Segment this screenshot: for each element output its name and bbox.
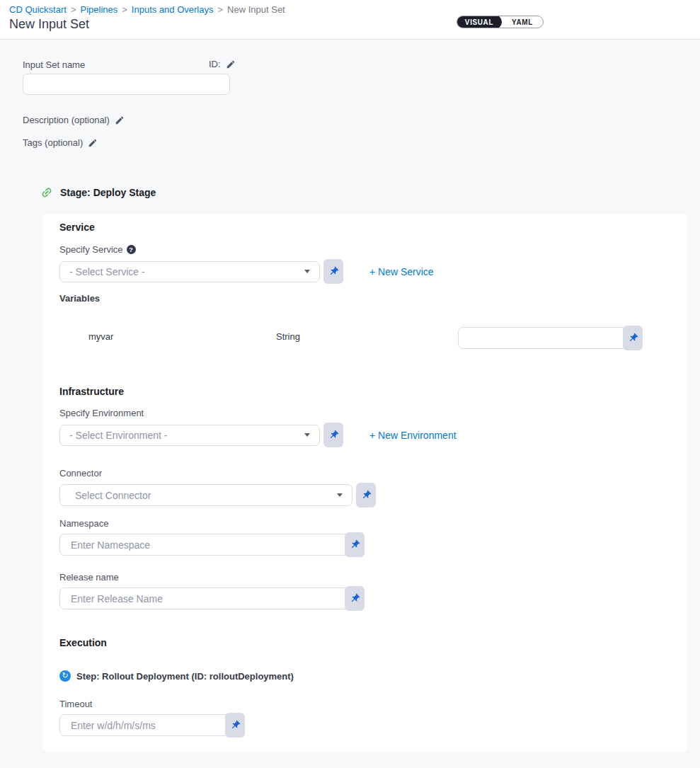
timeout-group (59, 713, 245, 738)
pin-icon (628, 333, 638, 343)
description-row: Description (optional) (23, 115, 125, 125)
id-label: ID: (209, 59, 221, 69)
namespace-field[interactable] (59, 534, 349, 556)
page-title: New Input Set (9, 17, 89, 32)
breadcrumb: CD Quickstart > Pipelines > Inputs and O… (9, 4, 285, 15)
chevron-down-icon (304, 433, 310, 437)
breadcrumb-pipelines[interactable]: Pipelines (81, 4, 118, 15)
input-set-name-field[interactable] (23, 74, 230, 95)
stage-label: Stage: Deploy Stage (60, 187, 156, 198)
edit-tags-icon[interactable] (88, 138, 98, 148)
help-icon[interactable]: ? (127, 245, 136, 254)
execution-section-title: Execution (59, 637, 107, 648)
breadcrumb-separator: > (122, 4, 127, 15)
release-name-field[interactable] (59, 588, 349, 609)
environment-select-placeholder: - Select Environment - (69, 430, 168, 441)
description-label: Description (optional) (23, 115, 110, 125)
pin-icon (361, 490, 372, 500)
edit-description-icon[interactable] (115, 115, 125, 125)
specify-environment-label: Specify Environment (59, 408, 144, 418)
service-select-row: - Select Service - + New Service (59, 259, 434, 284)
namespace-group (59, 532, 365, 557)
connector-select-placeholder: Select Connector (75, 490, 151, 501)
link-icon (40, 186, 53, 199)
infrastructure-section-title: Infrastructure (59, 386, 124, 397)
rollout-step-icon: ↻ (59, 670, 71, 682)
variable-value-field[interactable] (458, 327, 627, 349)
variable-name: myvar (88, 331, 113, 342)
variable-value-group (458, 326, 643, 350)
service-pin-button[interactable] (323, 259, 343, 284)
chevron-down-icon (304, 270, 310, 273)
stage-inputs-card: Service Specify Service ? - Select Servi… (42, 214, 687, 752)
step-header: ↻ Step: Rollout Deployment (ID: rolloutD… (59, 670, 294, 682)
breadcrumb-current: New Input Set (227, 4, 285, 15)
service-section-title: Service (59, 222, 95, 233)
new-service-link[interactable]: + New Service (369, 266, 434, 277)
timeout-pin-button[interactable] (225, 713, 245, 738)
tags-label: Tags (optional) (23, 137, 83, 148)
toggle-visual-button[interactable]: VISUAL (457, 16, 502, 28)
connector-select-row: Select Connector (59, 483, 376, 508)
page-header: CD Quickstart > Pipelines > Inputs and O… (0, 0, 700, 40)
pin-icon (350, 539, 360, 550)
new-environment-link[interactable]: + New Environment (369, 430, 457, 441)
step-label: Step: Rollout Deployment (ID: rolloutDep… (76, 671, 294, 682)
release-name-label: Release name (59, 572, 119, 583)
environment-select[interactable]: - Select Environment - (59, 425, 320, 446)
input-set-name-label: Input Set name (23, 59, 85, 70)
pin-icon (328, 266, 339, 277)
name-label-row: Input Set name (23, 59, 85, 70)
breadcrumb-separator: > (71, 4, 76, 15)
stage-header: Stage: Deploy Stage (40, 186, 156, 199)
connector-label: Connector (59, 468, 102, 478)
chevron-down-icon (337, 493, 343, 497)
breadcrumb-inputs-and-overlays[interactable]: Inputs and Overlays (132, 4, 214, 15)
toggle-yaml-button[interactable]: YAML (502, 16, 543, 28)
breadcrumb-project[interactable]: CD Quickstart (9, 4, 67, 15)
pin-icon (230, 720, 241, 730)
new-input-set-page: CD Quickstart > Pipelines > Inputs and O… (0, 0, 700, 768)
namespace-pin-button[interactable] (345, 532, 365, 557)
environment-pin-button[interactable] (323, 423, 343, 447)
pin-icon (328, 430, 339, 440)
specify-service-row: Specify Service ? (59, 244, 136, 255)
connector-select[interactable]: Select Connector (59, 484, 352, 506)
timeout-field[interactable] (59, 714, 229, 736)
environment-select-row: - Select Environment - + New Environment (59, 423, 457, 447)
breadcrumb-separator: > (217, 4, 223, 15)
variables-title: Variables (59, 293, 100, 304)
tags-row: Tags (optional) (23, 137, 98, 148)
service-select[interactable]: - Select Service - (59, 261, 320, 282)
edit-id-icon[interactable] (226, 59, 236, 69)
variable-type: String (276, 331, 300, 342)
release-name-group (59, 586, 365, 611)
pin-icon (350, 593, 360, 604)
specify-service-label: Specify Service (59, 244, 123, 255)
timeout-label: Timeout (59, 699, 92, 709)
variable-pin-button[interactable] (623, 326, 643, 350)
release-pin-button[interactable] (345, 586, 365, 611)
id-row: ID: (209, 59, 236, 69)
visual-yaml-toggle: VISUAL YAML (457, 16, 544, 28)
connector-pin-button[interactable] (356, 483, 376, 508)
namespace-label: Namespace (59, 518, 108, 529)
service-select-placeholder: - Select Service - (69, 266, 145, 277)
